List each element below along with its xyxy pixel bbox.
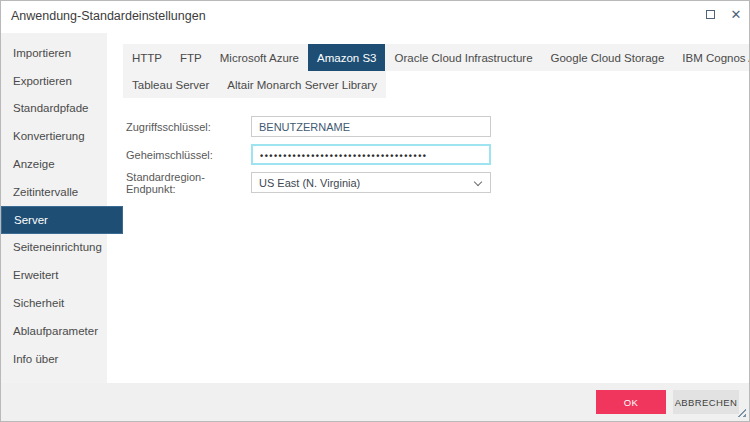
sidebar-item-info-ueber[interactable]: Info über xyxy=(1,345,123,373)
tab-microsoft-azure[interactable]: Microsoft Azure xyxy=(211,44,308,71)
default-region-label: Standardregion-Endpunkt: xyxy=(126,171,251,195)
window-title: Anwendung-Standardeinstellungen xyxy=(11,9,206,23)
tab-oracle-cloud-infrastructure[interactable]: Oracle Cloud Infrastructure xyxy=(385,44,541,71)
tab-altair-monarch-server-library[interactable]: Altair Monarch Server Library xyxy=(218,71,386,98)
sidebar-item-importieren[interactable]: Importieren xyxy=(1,39,123,67)
secret-key-label: Geheimschlüssel: xyxy=(126,149,251,161)
tab-http[interactable]: HTTP xyxy=(123,44,171,71)
secret-key-input[interactable] xyxy=(251,144,491,165)
access-key-label: Zugriffsschlüssel: xyxy=(126,121,251,133)
tab-tableau-server[interactable]: Tableau Server xyxy=(123,71,218,98)
server-tab-strip-row2: Tableau Server Altair Monarch Server Lib… xyxy=(123,71,386,98)
default-region-select[interactable]: US East (N. Virginia) xyxy=(251,172,491,193)
default-region-value: US East (N. Virginia) xyxy=(259,177,360,189)
server-tab-strip-row1: HTTP FTP Microsoft Azure Amazon S3 Oracl… xyxy=(123,44,750,71)
secret-key-row: Geheimschlüssel: xyxy=(126,144,251,165)
sidebar-item-standardpfade[interactable]: Standardpfade xyxy=(1,95,123,123)
close-button[interactable]: ✕ xyxy=(721,1,750,27)
chevron-down-icon xyxy=(474,178,482,186)
default-region-row: Standardregion-Endpunkt: US East (N. Vir… xyxy=(126,172,251,193)
ok-button[interactable]: OK xyxy=(596,390,666,414)
title-bar: Anwendung-Standardeinstellungen ✕ xyxy=(1,1,749,33)
tab-amazon-s3[interactable]: Amazon S3 xyxy=(308,44,385,71)
maximize-icon xyxy=(706,10,715,19)
access-key-input[interactable] xyxy=(251,116,491,137)
tab-ftp[interactable]: FTP xyxy=(171,44,211,71)
close-icon: ✕ xyxy=(731,8,742,21)
access-key-row: Zugriffsschlüssel: xyxy=(126,116,251,137)
tab-google-cloud-storage[interactable]: Google Cloud Storage xyxy=(542,44,674,71)
dialog-footer: OK ABBRECHEN xyxy=(1,383,749,421)
sidebar-item-zeitintervalle[interactable]: Zeitintervalle xyxy=(1,178,123,206)
sidebar-item-ablaufparameter[interactable]: Ablaufparameter xyxy=(1,317,123,345)
cancel-button[interactable]: ABBRECHEN xyxy=(673,390,739,414)
sidebar-item-exportieren[interactable]: Exportieren xyxy=(1,67,123,95)
sidebar-item-konvertierung[interactable]: Konvertierung xyxy=(1,122,123,150)
tab-ibm-cognos-analytics[interactable]: IBM Cognos Analytics xyxy=(673,44,750,71)
sidebar-item-anzeige[interactable]: Anzeige xyxy=(1,150,123,178)
sidebar-item-seiteneinrichtung[interactable]: Seiteneinrichtung xyxy=(1,234,123,262)
sidebar-item-sicherheit[interactable]: Sicherheit xyxy=(1,289,123,317)
sidebar-item-erweitert[interactable]: Erweitert xyxy=(1,261,123,289)
settings-sidebar: Importieren Exportieren Standardpfade Ko… xyxy=(1,33,107,383)
sidebar-item-server[interactable]: Server xyxy=(1,206,123,234)
